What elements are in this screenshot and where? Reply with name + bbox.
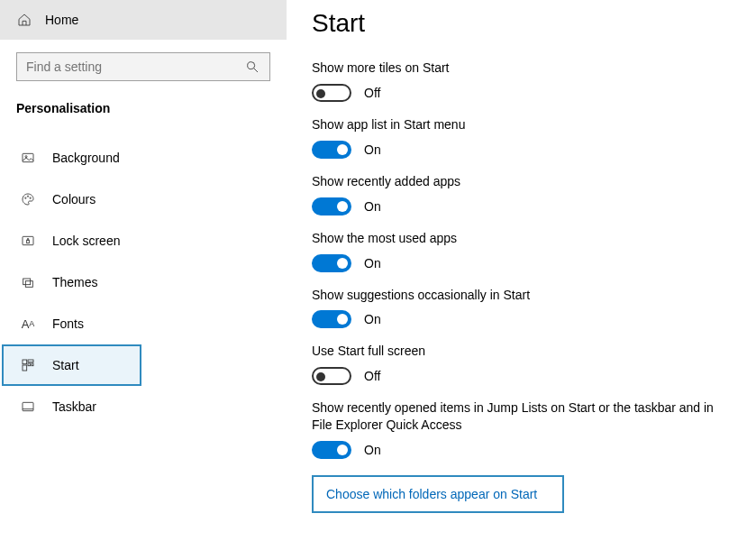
sidebar-item-label: Colours	[52, 192, 96, 206]
sidebar-item-background[interactable]: Background	[2, 137, 141, 179]
setting-show-more-tiles: Show more tiles on Start Off	[312, 60, 729, 102]
sidebar-item-label: Lock screen	[52, 234, 120, 248]
setting-label: Show app list in Start menu	[312, 116, 729, 133]
choose-folders-link-box[interactable]: Choose which folders appear on Start	[312, 475, 564, 513]
palette-icon	[20, 191, 36, 207]
search-wrap	[0, 40, 287, 81]
svg-rect-14	[32, 363, 33, 366]
svg-rect-2	[23, 153, 33, 161]
setting-jump-lists: Show recently opened items in Jump Lists…	[312, 399, 729, 459]
toggle-show-more-tiles[interactable]	[312, 84, 351, 102]
toggle-state-text: Off	[364, 86, 380, 100]
main-panel: Start Show more tiles on Start Off Show …	[287, 0, 756, 541]
svg-line-1	[254, 69, 258, 72]
svg-point-3	[25, 156, 27, 158]
setting-suggestions: Show suggestions occasionally in Start O…	[312, 287, 729, 329]
toggle-state-text: On	[364, 142, 381, 157]
toggle-state-text: Off	[364, 369, 380, 383]
sidebar-item-fonts[interactable]: AA Fonts	[2, 303, 141, 344]
page-title: Start	[312, 9, 729, 38]
sidebar-item-colours[interactable]: Colours	[2, 179, 141, 220]
svg-point-5	[27, 196, 28, 197]
svg-point-6	[30, 197, 31, 198]
svg-rect-15	[23, 365, 27, 371]
picture-icon	[20, 150, 36, 166]
fonts-icon: AA	[20, 316, 36, 332]
taskbar-icon	[20, 399, 36, 415]
svg-point-0	[248, 62, 255, 69]
search-box[interactable]	[16, 52, 270, 81]
svg-point-4	[25, 197, 26, 198]
setting-label: Show the most used apps	[312, 230, 729, 247]
svg-rect-7	[23, 236, 33, 244]
themes-icon	[20, 274, 36, 290]
sidebar-item-taskbar[interactable]: Taskbar	[2, 386, 141, 427]
nav-list: Background Colours Lock screen Themes	[0, 124, 287, 427]
svg-rect-10	[25, 281, 32, 288]
sidebar-item-label: Start	[52, 358, 79, 372]
sidebar-item-label: Themes	[52, 275, 98, 289]
sidebar-item-start[interactable]: Start	[2, 344, 141, 386]
toggle-suggestions[interactable]	[312, 310, 351, 328]
sidebar: Home Personalisation Background	[0, 0, 287, 541]
setting-recently-added: Show recently added apps On	[312, 173, 729, 215]
setting-label: Show suggestions occasionally in Start	[312, 287, 729, 304]
setting-label: Show recently added apps	[312, 173, 729, 190]
lock-screen-icon	[20, 233, 36, 249]
setting-label: Use Start full screen	[312, 343, 729, 360]
sidebar-item-lock-screen[interactable]: Lock screen	[2, 220, 141, 261]
svg-rect-11	[23, 360, 27, 364]
toggle-state-text: On	[364, 199, 381, 214]
toggle-most-used[interactable]	[312, 254, 351, 272]
home-label[interactable]: Home	[45, 13, 78, 27]
search-icon	[244, 59, 260, 75]
home-icon[interactable]	[16, 12, 32, 28]
toggle-recently-added[interactable]	[312, 197, 351, 215]
toggle-show-app-list[interactable]	[312, 141, 351, 159]
toggle-full-screen[interactable]	[312, 367, 351, 385]
start-icon	[20, 357, 36, 373]
sidebar-item-label: Background	[52, 151, 120, 165]
toggle-jump-lists[interactable]	[312, 441, 351, 459]
toggle-state-text: On	[364, 312, 381, 326]
sidebar-item-themes[interactable]: Themes	[2, 261, 141, 303]
sidebar-item-label: Taskbar	[52, 399, 96, 414]
setting-most-used: Show the most used apps On	[312, 230, 729, 272]
setting-label: Show recently opened items in Jump Lists…	[312, 399, 729, 434]
svg-rect-8	[27, 240, 30, 243]
svg-rect-13	[28, 363, 31, 366]
setting-full-screen: Use Start full screen Off	[312, 343, 729, 385]
toggle-state-text: On	[364, 256, 381, 270]
category-title: Personalisation	[0, 81, 287, 124]
setting-show-app-list: Show app list in Start menu On	[312, 116, 729, 159]
svg-rect-16	[23, 402, 33, 410]
sidebar-item-label: Fonts	[52, 316, 84, 331]
toggle-state-text: On	[364, 443, 381, 457]
svg-rect-12	[28, 360, 33, 362]
setting-label: Show more tiles on Start	[312, 60, 729, 77]
choose-folders-link[interactable]: Choose which folders appear on Start	[326, 487, 537, 501]
search-input[interactable]	[26, 60, 225, 74]
svg-rect-9	[23, 279, 31, 285]
sidebar-topbar: Home	[0, 0, 287, 40]
